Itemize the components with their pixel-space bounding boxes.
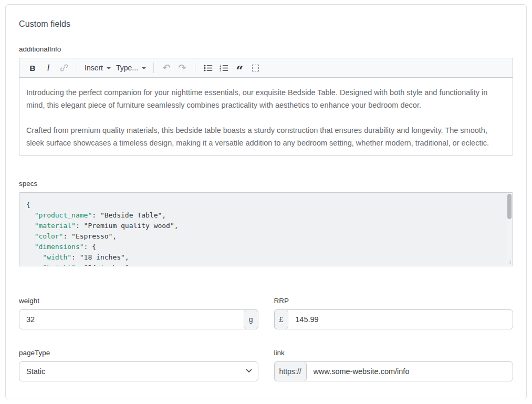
weight-input[interactable] xyxy=(19,310,244,329)
weight-label: weight xyxy=(19,297,258,305)
link-icon xyxy=(59,63,69,72)
bullet-list-button[interactable] xyxy=(201,61,215,75)
additional-info-label: additionalInfo xyxy=(19,45,513,53)
rte-paragraph: Crafted from premium quality materials, … xyxy=(26,124,506,149)
page-type-field: pageType Static xyxy=(19,349,258,381)
rte-toolbar: B I Insert Type xyxy=(19,58,513,78)
toolbar-divider xyxy=(77,63,77,73)
chevron-down-icon xyxy=(142,67,146,69)
code-line: "material": "Premium quality wood", xyxy=(26,221,499,231)
custom-fields-card: Custom fields additionalInfo B I Insert xyxy=(5,4,527,399)
insert-dropdown[interactable]: Insert xyxy=(83,61,112,75)
svg-text:3: 3 xyxy=(220,69,221,72)
link-label: link xyxy=(274,349,514,357)
card-title: Custom fields xyxy=(19,19,513,29)
page-type-label: pageType xyxy=(19,349,258,357)
fields-row: weight g RRP £ xyxy=(19,297,513,329)
bold-button[interactable]: B xyxy=(26,61,39,75)
rich-text-editor: B I Insert Type xyxy=(19,58,513,156)
weight-unit-addon: g xyxy=(244,309,258,329)
link-input-group: https:// xyxy=(274,361,514,381)
weight-field: weight g xyxy=(19,297,258,329)
bullet-list-icon xyxy=(203,64,213,72)
type-dropdown[interactable]: Type... xyxy=(114,61,148,75)
code-line: { xyxy=(26,200,499,210)
vertical-scrollbar[interactable] xyxy=(506,193,513,266)
numbered-list-icon: 123 xyxy=(219,64,228,72)
link-input[interactable] xyxy=(307,362,513,381)
redo-button[interactable]: ↷ xyxy=(175,61,189,75)
rte-paragraph: Introducing the perfect companion for yo… xyxy=(26,86,506,111)
undo-button[interactable]: ↶ xyxy=(160,61,173,75)
specs-code-editor[interactable]: { "product_name": "Bedside Table", "mate… xyxy=(19,192,513,266)
code-line: "dimensions": { xyxy=(26,242,499,252)
rte-content[interactable]: Introducing the perfect companion for yo… xyxy=(19,78,513,156)
link-field: link https:// xyxy=(274,349,514,381)
rrp-field: RRP £ xyxy=(274,297,514,329)
rrp-input-group: £ xyxy=(274,309,514,329)
fields-row: pageType Static link https:// xyxy=(19,349,513,381)
resize-handle[interactable] xyxy=(506,259,512,265)
specs-label: specs xyxy=(19,180,513,188)
chevron-down-icon xyxy=(107,67,111,69)
rrp-label: RRP xyxy=(274,297,514,305)
code-line: "product_name": "Bedside Table", xyxy=(26,210,499,221)
link-button[interactable] xyxy=(57,61,71,75)
weight-input-group: g xyxy=(19,309,258,329)
rrp-input[interactable] xyxy=(288,310,513,329)
type-dropdown-label: Type... xyxy=(116,64,138,72)
protocol-addon: https:// xyxy=(274,361,307,381)
code-line: "height": "24 inches", xyxy=(26,263,499,266)
italic-button[interactable]: I xyxy=(41,61,55,75)
insert-dropdown-label: Insert xyxy=(85,64,103,72)
toolbar-divider xyxy=(195,63,195,73)
code-block-button[interactable] xyxy=(248,61,262,75)
scrollbar-thumb[interactable] xyxy=(507,194,512,219)
page-type-select-wrap: Static xyxy=(19,361,258,381)
currency-addon: £ xyxy=(274,309,289,329)
page-type-select[interactable]: Static xyxy=(19,361,258,381)
toolbar-divider xyxy=(153,63,154,73)
code-line: "width": "18 inches", xyxy=(26,252,499,263)
dashed-square-icon xyxy=(252,65,259,71)
blockquote-button[interactable]: “ xyxy=(233,61,246,75)
code-line: "color": "Espresso", xyxy=(26,231,499,242)
numbered-list-button[interactable]: 123 xyxy=(217,61,231,75)
